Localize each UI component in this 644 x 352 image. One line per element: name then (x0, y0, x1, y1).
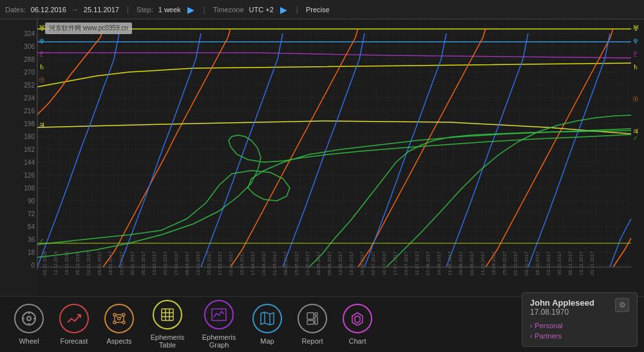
wheel-icon (14, 304, 44, 333)
profile-birth-date: 17.08.1970 (530, 308, 594, 317)
svg-text:23.01.2017: 23.01.2017 (118, 251, 124, 275)
svg-text:234: 234 (24, 95, 35, 102)
svg-point-213 (27, 317, 31, 320)
profile-links: ‹ Personal ‹ Partners (530, 320, 629, 341)
date-to[interactable]: 25.11.2017 (84, 6, 119, 14)
chart-label: Chart (349, 337, 366, 345)
svg-text:13.11.2017: 13.11.2017 (578, 251, 584, 275)
svg-text:02.10.2017: 02.10.2017 (513, 251, 518, 275)
svg-text:09.10.2017: 09.10.2017 (524, 251, 529, 275)
svg-text:0: 0 (31, 262, 35, 269)
svg-text:♆: ♆ (39, 37, 45, 45)
svg-text:10.04.2017: 10.04.2017 (239, 251, 245, 275)
report-icon (298, 304, 327, 333)
svg-rect-243 (315, 317, 317, 324)
svg-text:05.06.2017: 05.06.2017 (327, 251, 332, 275)
partners-link-label: Partners (535, 332, 562, 340)
ephemeris-table-label: Ephemeris Table (151, 333, 185, 349)
profile-link-partners[interactable]: ‹ Partners (530, 331, 629, 341)
nav-item-wheel[interactable]: Wheel (6, 299, 52, 350)
svg-point-220 (113, 313, 116, 316)
svg-text:27.03.2017: 27.03.2017 (217, 251, 223, 275)
svg-text:19.06.2017: 19.06.2017 (348, 251, 354, 275)
profile-name: John Appleseed (530, 298, 594, 308)
svg-text:108: 108 (24, 185, 35, 192)
svg-text:30.01.2017: 30.01.2017 (129, 251, 135, 275)
profile-header: John Appleseed 17.08.1970 ⚙ (530, 298, 629, 317)
svg-text:36: 36 (28, 236, 35, 243)
svg-point-223 (122, 321, 125, 324)
svg-text:03.07.2017: 03.07.2017 (370, 251, 376, 275)
svg-rect-242 (315, 313, 317, 315)
step-value[interactable]: 1 week (158, 6, 181, 14)
svg-point-222 (113, 321, 116, 324)
svg-text:31.07.2017: 31.07.2017 (414, 251, 420, 275)
svg-text:29.05.2017: 29.05.2017 (316, 251, 321, 275)
svg-text:22.05.2017: 22.05.2017 (305, 251, 310, 275)
svg-text:02.01.2017: 02.01.2017 (86, 251, 91, 275)
chart-svg: 324 306 288 270 252 234 216 198 180 162 … (0, 19, 644, 296)
svg-text:14.08.2017: 14.08.2017 (436, 251, 442, 275)
profile-link-personal[interactable]: ‹ Personal (530, 320, 629, 331)
profile-card: John Appleseed 17.08.1970 ⚙ ‹ Personal ‹… (522, 292, 638, 347)
timezone-next-arrow[interactable]: ▶ (279, 5, 289, 15)
svg-text:90: 90 (28, 198, 35, 205)
svg-text:252: 252 (24, 82, 35, 89)
precise-toggle[interactable]: Precise (306, 6, 330, 14)
bottom-nav-bar: Wheel Forecast (0, 296, 644, 352)
timezone-label: Timezone (213, 6, 244, 14)
report-label: Report (301, 337, 323, 345)
nav-item-forecast[interactable]: Forecast (52, 299, 97, 350)
svg-line-230 (120, 316, 122, 317)
svg-text:04.09.2017: 04.09.2017 (469, 251, 475, 275)
profile-info: John Appleseed 17.08.1970 (530, 298, 594, 317)
nav-item-map[interactable]: Map (245, 299, 290, 350)
svg-marker-245 (355, 316, 360, 323)
nav-item-chart[interactable]: Chart (335, 299, 380, 350)
svg-text:24.04.2017: 24.04.2017 (261, 251, 267, 275)
svg-text:144: 144 (24, 159, 35, 166)
nav-item-ephemeris-table[interactable]: Ephemeris Table (142, 299, 193, 350)
svg-text:♅: ♅ (632, 24, 639, 33)
svg-text:28.08.2017: 28.08.2017 (458, 251, 464, 275)
svg-text:15.05.2017: 15.05.2017 (294, 251, 299, 275)
svg-text:216: 216 (24, 107, 35, 115)
map-icon (252, 304, 282, 333)
svg-text:♇: ♇ (39, 50, 45, 58)
svg-text:324: 324 (24, 30, 35, 37)
svg-text:♄: ♄ (632, 63, 639, 71)
ephemeris-graph-label: Ephemeris Graph (202, 333, 236, 349)
svg-text:72: 72 (28, 210, 35, 218)
nav-item-report[interactable]: Report (290, 299, 335, 350)
svg-text:09.01.2017: 09.01.2017 (97, 251, 102, 275)
svg-text:♆: ♆ (632, 37, 639, 45)
timezone-value[interactable]: UTC +2 (249, 6, 274, 14)
chart-icon (343, 304, 372, 333)
svg-text:16.10.2017: 16.10.2017 (535, 251, 540, 275)
svg-line-229 (116, 316, 118, 317)
svg-text:♂: ♂ (632, 134, 638, 142)
aspects-label: Aspects (106, 337, 131, 345)
svg-text:19.12.2016: 19.12.2016 (64, 251, 70, 275)
svg-point-224 (118, 317, 120, 320)
svg-text:270: 270 (24, 69, 35, 76)
svg-text:13.03.2017: 13.03.2017 (195, 251, 201, 275)
ephemeris-table-icon (153, 300, 182, 329)
partners-arrow-icon: ‹ (530, 333, 532, 340)
step-next-arrow[interactable]: ▶ (186, 5, 196, 15)
svg-text:23.10.2017: 23.10.2017 (545, 251, 551, 275)
nav-item-aspects[interactable]: Aspects (97, 299, 142, 350)
svg-text:20.02.2017: 20.02.2017 (162, 251, 168, 275)
date-from[interactable]: 06.12.2016 (31, 6, 66, 14)
svg-text:♇: ♇ (632, 50, 639, 58)
svg-text:30.10.2017: 30.10.2017 (556, 251, 562, 275)
svg-text:306: 306 (24, 43, 35, 50)
svg-text:24.07.2017: 24.07.2017 (403, 251, 409, 275)
profile-gear-button[interactable]: ⚙ (615, 298, 629, 312)
svg-text:06.11.2017: 06.11.2017 (567, 251, 573, 275)
chart-area: 324 306 288 270 252 234 216 198 180 162 … (0, 19, 644, 296)
map-label: Map (260, 337, 274, 345)
svg-text:18.09.2017: 18.09.2017 (491, 251, 497, 275)
svg-text:01.05.2017: 01.05.2017 (272, 251, 278, 275)
nav-item-ephemeris-graph[interactable]: Ephemeris Graph (193, 299, 245, 350)
